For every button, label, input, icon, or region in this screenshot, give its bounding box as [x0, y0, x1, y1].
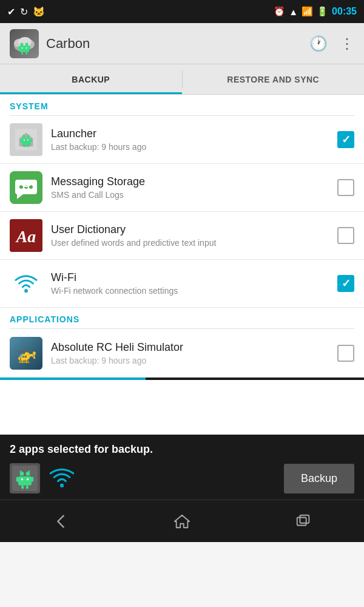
- wifi-checkbox[interactable]: ✓: [337, 275, 354, 292]
- backup-status-text: 2 apps selected for backup.: [10, 443, 354, 456]
- bottom-wifi-icon: [50, 466, 74, 490]
- nav-home-button[interactable]: [174, 513, 190, 530]
- dictionary-subtitle: User defined words and predictive text i…: [51, 238, 337, 248]
- cloud-logo-svg: [12, 31, 37, 56]
- list-item-dictionary[interactable]: Aa User Dictionary User defined words an…: [0, 212, 364, 260]
- svg-point-27: [24, 140, 25, 141]
- list-item-messaging[interactable]: Messaging Storage SMS and Call Logs: [0, 164, 364, 212]
- svg-rect-4: [19, 46, 29, 52]
- svg-rect-44: [18, 476, 32, 486]
- svg-rect-51: [21, 486, 24, 489]
- content-area: SYSTEM: [0, 95, 364, 435]
- heli-subtitle: Last backup: 9 hours ago: [51, 356, 337, 365]
- svg-point-28: [27, 140, 29, 141]
- svg-point-35: [21, 183, 24, 186]
- svg-rect-58: [300, 515, 309, 523]
- svg-rect-52: [26, 486, 29, 489]
- list-item-wifi[interactable]: Wi-Fi Wi-Fi network connection settings …: [0, 260, 364, 308]
- heli-checkbox[interactable]: [337, 345, 354, 362]
- dictionary-icon: Aa: [10, 219, 42, 252]
- tab-backup[interactable]: BACKUP: [0, 64, 182, 94]
- nav-recents-button[interactable]: [295, 513, 312, 530]
- status-bar: ✔ ↻ 🐱 ⏰ ▲ 📶 🔋 00:35: [0, 0, 364, 23]
- messaging-checkbox[interactable]: [337, 179, 354, 196]
- svg-point-54: [27, 478, 29, 480]
- progress-bar-fill: [0, 378, 146, 380]
- dictionary-checkbox[interactable]: [337, 227, 354, 244]
- app-header: Carbon 🕐 ⋮: [0, 23, 364, 64]
- bottom-actions[interactable]: Backup: [10, 463, 354, 493]
- svg-rect-41: [10, 337, 42, 370]
- history-icon[interactable]: 🕐: [309, 35, 328, 52]
- wifi-status-icon: ▲: [289, 7, 298, 17]
- tab-bar[interactable]: BACKUP RESTORE AND SYNC: [0, 64, 364, 95]
- messaging-name: Messaging Storage: [51, 175, 337, 188]
- svg-text:🚁: 🚁: [16, 343, 36, 362]
- list-item-launcher[interactable]: Launcher Last backup: 9 hours ago ✓: [0, 116, 364, 164]
- launcher-text: Launcher Last backup: 9 hours ago: [51, 127, 337, 152]
- nav-bar: [0, 500, 364, 542]
- svg-rect-57: [297, 517, 306, 525]
- section-system-header: SYSTEM: [0, 95, 364, 115]
- launcher-checkbox[interactable]: ✓: [337, 131, 354, 148]
- sync-icon: ↻: [20, 6, 28, 18]
- wifi-text: Wi-Fi Wi-Fi network connection settings: [51, 271, 337, 296]
- section-applications-header: APPLICATIONS: [0, 308, 364, 328]
- messaging-subtitle: SMS and Call Logs: [51, 190, 337, 200]
- messaging-svg: [10, 171, 42, 204]
- app-logo: [10, 29, 39, 58]
- time-display: 00:35: [332, 6, 357, 17]
- svg-point-3: [18, 37, 32, 47]
- app-header-left: Carbon: [10, 29, 90, 58]
- alarm-icon: ⏰: [274, 6, 285, 17]
- cat-icon: 🐱: [33, 6, 45, 18]
- bottom-launcher-svg: [12, 466, 38, 491]
- svg-rect-24: [30, 139, 32, 143]
- launcher-icon: [10, 123, 42, 156]
- svg-marker-56: [175, 515, 189, 527]
- wifi-subtitle: Wi-Fi network connection settings: [51, 286, 337, 296]
- heli-icon: 🚁: [10, 337, 42, 370]
- section-system-title: SYSTEM: [10, 101, 49, 111]
- bottom-wifi-svg: [50, 467, 74, 489]
- launcher-name: Launcher: [51, 127, 337, 140]
- battery-icon: 🔋: [317, 6, 328, 17]
- heli-text: Absolute RC Heli Simulator Last backup: …: [51, 341, 337, 365]
- tab-backup-label: BACKUP: [72, 75, 110, 84]
- app-title: Carbon: [46, 36, 90, 52]
- back-arrow-svg: [52, 513, 69, 530]
- svg-point-13: [22, 47, 23, 49]
- wifi-name: Wi-Fi: [51, 271, 337, 284]
- wifi-icon-container: [10, 267, 42, 300]
- tab-restore-label: RESTORE AND SYNC: [227, 75, 319, 84]
- list-item-heli[interactable]: 🚁 Absolute RC Heli Simulator Last backup…: [0, 329, 364, 378]
- checkmark-icon: ✔: [7, 6, 15, 18]
- status-right: ⏰ ▲ 📶 🔋 00:35: [274, 6, 357, 17]
- progress-bar-container: [0, 378, 364, 380]
- more-options-icon[interactable]: ⋮: [340, 35, 354, 52]
- svg-rect-50: [31, 476, 33, 481]
- svg-point-14: [26, 47, 27, 49]
- svg-rect-10: [29, 46, 30, 50]
- heli-name: Absolute RC Heli Simulator: [51, 341, 337, 354]
- svg-text:Aa: Aa: [15, 227, 36, 246]
- android-robot-svg: [15, 129, 37, 151]
- recents-svg: [295, 513, 312, 530]
- svg-rect-26: [27, 145, 29, 148]
- header-actions[interactable]: 🕐 ⋮: [309, 35, 354, 52]
- svg-rect-18: [22, 138, 31, 145]
- svg-point-36: [29, 183, 31, 186]
- dictionary-svg: Aa: [10, 219, 42, 252]
- dictionary-text: User Dictionary User defined words and p…: [51, 223, 337, 248]
- svg-rect-12: [25, 52, 27, 55]
- tab-restore[interactable]: RESTORE AND SYNC: [183, 64, 365, 94]
- svg-point-39: [24, 289, 28, 293]
- nav-back-button[interactable]: [52, 513, 69, 530]
- svg-rect-11: [21, 52, 23, 55]
- section-applications-title: APPLICATIONS: [10, 314, 79, 324]
- heli-svg: 🚁: [10, 337, 42, 370]
- messaging-icon: [10, 171, 42, 204]
- svg-rect-25: [24, 145, 25, 148]
- svg-rect-23: [20, 139, 22, 143]
- backup-button[interactable]: Backup: [284, 464, 354, 493]
